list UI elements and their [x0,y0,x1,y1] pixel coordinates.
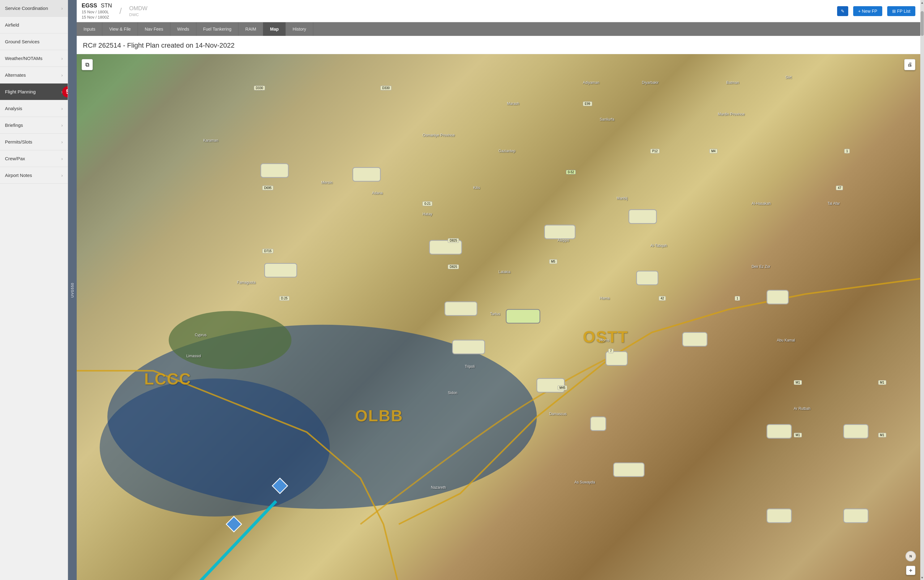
road-m5: M5 [549,259,557,264]
right-scrollbar[interactable]: ▲ ▼ [920,0,924,580]
sidebar-item-label-ground-services: Ground Services [5,39,39,44]
city-hatay: Hatay [423,212,432,216]
sidebar-item-label-permits-slots: Permits/Slots [5,139,32,145]
road-7: 7 [608,349,614,353]
scroll-down-arrow[interactable]: ▼ [920,575,924,580]
chevron-icon-alternates: › [61,73,63,77]
road-p12: P12 [650,149,659,153]
vertical-label: UVG550 [68,0,77,580]
road-1: 1 [735,296,740,301]
flight-route-primary: EGSS STN [82,2,112,9]
map-print-button[interactable]: 🖨 [904,59,915,70]
sidebar-item-label-weather-notams: Weather/NOTAMs [5,56,42,61]
sidebar-item-label-alternates: Alternates [5,72,26,77]
chevron-icon-service-coordination: › [61,6,63,11]
road-d25: D.25 [279,296,289,301]
map-zoom-in-button[interactable]: + [906,566,915,575]
road-o52: 0-52 [566,170,576,175]
svg-point-0 [107,325,537,509]
sidebar-item-label-briefings: Briefings [5,122,23,128]
svg-rect-18 [591,417,606,431]
road-m1-2: M1 [794,433,802,437]
city-diyarbakir: Diyarbakir [642,81,659,85]
tab-raim[interactable]: RAIM [238,22,263,36]
tab-inputs[interactable]: Inputs [77,22,102,36]
svg-rect-11 [452,340,485,354]
svg-rect-23 [767,509,791,523]
sidebar-item-airport-notes[interactable]: Airport Notes› [0,167,68,184]
sidebar-item-label-airfield: Airfield [5,22,19,28]
sidebar-item-label-analysis: Analysis [5,106,22,111]
svg-point-2 [169,311,292,369]
city-manbij: Manbij [617,196,628,201]
city-deirezor: Deir Ez Zor [751,264,770,269]
svg-rect-8 [265,263,297,277]
tab-history[interactable]: History [286,22,313,36]
tab-map[interactable]: Map [263,22,286,36]
city-mersin: Mersin [321,180,332,185]
map-compass: N [906,551,916,562]
scroll-up-arrow[interactable]: ▲ [920,0,924,5]
flight-info: EGSS STN 15 Nov / 1800L 15 Nov / 1800Z [82,2,112,20]
tab-fuel-tankering[interactable]: Fuel Tankering [196,22,239,36]
route-separator: / [117,6,124,16]
fp-list-button[interactable]: ⊞ FP List [887,6,915,16]
sidebar: Service Coordination›AirfieldGround Serv… [0,0,68,580]
scroll-thumb[interactable] [921,11,924,36]
chevron-icon-weather-notams: › [61,56,63,61]
origin-name: STN [101,2,112,9]
road-m1-1: M1 [794,380,802,385]
tab-winds[interactable]: Winds [170,22,196,36]
new-fp-label: + New FP [858,9,877,13]
tab-nav-fees[interactable]: Nav Fees [138,22,170,36]
dest-name-row: DWC [129,12,148,17]
svg-rect-7 [353,167,380,181]
city-hama: Hama [600,296,610,300]
header-bar: EGSS STN 15 Nov / 1800L 15 Nov / 1800Z /… [77,0,920,22]
city-latakia: Latakia [498,270,511,274]
svg-rect-6 [261,164,288,178]
city-limassol: Limassol [186,354,201,358]
svg-rect-22 [767,424,791,438]
edit-button[interactable]: ✎ [837,6,848,16]
print-icon: 🖨 [907,62,912,68]
city-tartus: Tartus [490,312,500,316]
sidebar-item-alternates[interactable]: Alternates› [0,67,68,84]
tab-view-file[interactable]: View & File [102,22,138,36]
road-d330-1: D330 [254,86,265,90]
sidebar-item-permits-slots[interactable]: Permits/Slots› [0,133,68,150]
city-assuwayda: As Suwayda [575,480,595,484]
flight-dates: 15 Nov / 1800L [82,10,112,14]
sidebar-item-airfield[interactable]: Airfield [0,17,68,33]
dest-route-primary: OMDW [129,5,148,12]
svg-rect-10 [445,302,477,316]
road-d825-2: D825 [448,264,459,269]
svg-rect-24 [843,424,868,438]
sidebar-item-crew-pax[interactable]: Crew/Pax› [0,150,68,167]
new-fp-button[interactable]: + New FP [853,6,882,16]
sidebar-item-service-coordination[interactable]: Service Coordination› [0,0,68,17]
city-batman: Batman [727,81,739,85]
city-adiyaman: Adiyaman [583,81,599,85]
city-famagusta: Famagusta [237,280,255,285]
map-container[interactable]: LCCC OLBB OSTT Konya Karaman Mersin Adan… [77,54,920,580]
map-label-ostt: OSTT [583,328,628,346]
city-tripoli: Tripoli [465,364,475,369]
map-background: LCCC OLBB OSTT Konya Karaman Mersin Adan… [77,54,920,580]
chevron-icon-airport-notes: › [61,173,63,178]
city-kilis: Kilis [473,186,480,190]
sidebar-item-ground-services[interactable]: Ground Services [0,33,68,50]
svg-marker-5 [272,478,288,494]
sidebar-item-weather-notams[interactable]: Weather/NOTAMs› [0,50,68,67]
sidebar-item-label-flight-planning: Flight Planning [5,89,36,94]
map-svg-overlay [77,54,920,580]
sidebar-item-flight-planning[interactable]: Flight Planning›5 [0,84,68,100]
city-nazareth: Nazareth [431,485,446,490]
dest-icao: OMDW [129,5,148,12]
origin-icao: EGSS [82,2,97,9]
map-layers-button[interactable]: ⧉ [82,59,93,70]
city-sanliurfa: Sanliurfa [600,117,614,122]
sidebar-item-analysis[interactable]: Analysis› [0,100,68,117]
svg-rect-13 [544,225,575,239]
sidebar-item-briefings[interactable]: Briefings› [0,117,68,133]
